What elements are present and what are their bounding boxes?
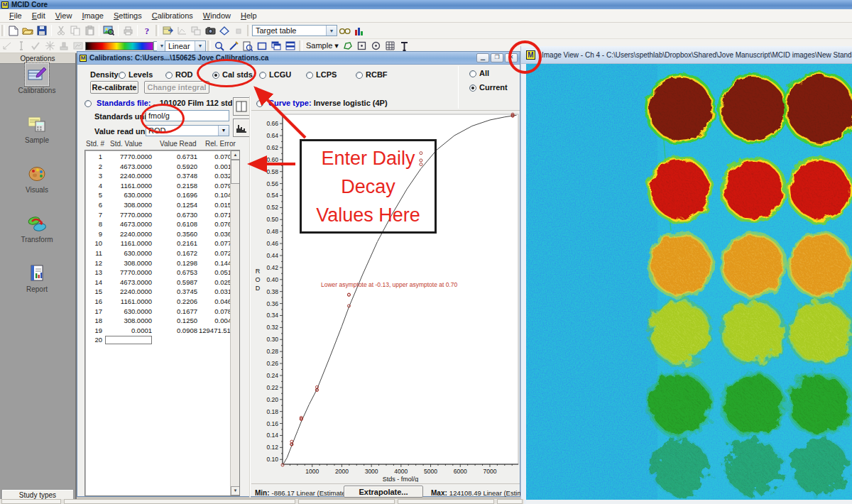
menu-view[interactable]: View bbox=[50, 10, 77, 21]
sidebar-item-sample[interactable]: Sample bbox=[0, 113, 74, 144]
grid-icon[interactable] bbox=[383, 40, 398, 53]
radio-icon[interactable] bbox=[119, 72, 126, 79]
stamp-icon[interactable] bbox=[57, 40, 71, 53]
graph-icon[interactable] bbox=[175, 24, 189, 37]
scroll-up-icon[interactable]: ▲ bbox=[231, 150, 240, 160]
table-row[interactable]: 190.00010.0908129471.517 bbox=[87, 327, 231, 336]
table-row[interactable]: 137770.00000.67530.051 bbox=[87, 268, 231, 278]
table-row[interactable]: 17630.00000.16770.078 bbox=[87, 307, 231, 317]
find-icon[interactable] bbox=[102, 24, 116, 37]
bars-icon[interactable] bbox=[351, 24, 366, 37]
change-integral-button[interactable]: Change integral bbox=[144, 81, 209, 94]
radio-icon[interactable] bbox=[469, 70, 476, 77]
table-row[interactable]: 20 bbox=[87, 336, 231, 346]
scope-option-current[interactable]: Current bbox=[469, 83, 508, 92]
table-row[interactable]: 152240.00000.37450.031 bbox=[87, 287, 231, 297]
table-row[interactable]: 24673.00000.59200.001 bbox=[87, 163, 231, 172]
table-scrollbar[interactable]: ▲ ▼ bbox=[230, 150, 239, 495]
palette-gradient-dropdown[interactable]: ▼ bbox=[153, 41, 165, 51]
loadtable-icon[interactable] bbox=[160, 24, 175, 37]
histogram-view-button[interactable] bbox=[233, 119, 250, 137]
density-option-levels[interactable]: Levels bbox=[119, 70, 153, 79]
menu-file[interactable]: File bbox=[4, 10, 27, 21]
camera-icon[interactable] bbox=[203, 24, 217, 37]
windows-icon[interactable] bbox=[189, 24, 203, 37]
open-icon[interactable] bbox=[21, 24, 35, 37]
chevron-down-icon[interactable]: ▼ bbox=[218, 126, 229, 136]
grip-icon[interactable] bbox=[231, 24, 246, 37]
new-standard-input[interactable] bbox=[105, 336, 152, 344]
circdot-icon[interactable] bbox=[369, 40, 383, 53]
table-row[interactable]: 92240.00000.35600.036 bbox=[87, 230, 231, 240]
glasses-icon[interactable] bbox=[337, 24, 351, 37]
sidebar-item-calibrations[interactable]: Calibrations bbox=[0, 63, 74, 94]
rect-icon[interactable] bbox=[255, 40, 269, 53]
density-option-rcbf[interactable]: RCBF bbox=[356, 70, 388, 79]
menu-calibrations[interactable]: Calibrations bbox=[147, 10, 198, 21]
stamp2-icon[interactable] bbox=[71, 40, 85, 53]
sidebar-item-transform[interactable]: Transform bbox=[0, 212, 74, 243]
scroll-thumb[interactable] bbox=[231, 160, 240, 184]
table-row[interactable]: 144673.00000.59870.025 bbox=[87, 278, 231, 288]
tile-icon[interactable] bbox=[283, 40, 297, 53]
table-view-button[interactable] bbox=[233, 97, 250, 116]
radio-icon[interactable] bbox=[306, 72, 313, 79]
table-row[interactable]: 101161.00000.21610.077 bbox=[87, 239, 231, 249]
scope-option-all[interactable]: All bbox=[469, 69, 489, 77]
menu-window[interactable]: Window bbox=[198, 10, 236, 21]
chevron-down-icon[interactable]: ▼ bbox=[195, 41, 205, 51]
cascade-icon[interactable] bbox=[269, 40, 283, 53]
extrapolate-button[interactable]: Extrapolate... bbox=[344, 486, 423, 498]
measure-icon[interactable] bbox=[226, 40, 241, 53]
table-row[interactable]: 41161.00000.21580.079 bbox=[87, 182, 231, 192]
line-icon[interactable] bbox=[0, 40, 14, 53]
star-icon[interactable] bbox=[43, 40, 57, 53]
menu-edit[interactable]: Edit bbox=[27, 10, 50, 21]
save-icon[interactable] bbox=[35, 24, 49, 37]
palette-gradient-strip[interactable] bbox=[85, 42, 153, 50]
chevron-down-icon[interactable]: ▼ bbox=[326, 26, 337, 35]
new-icon[interactable] bbox=[6, 24, 21, 37]
standards-table[interactable]: 17770.00000.67310.07024673.00000.59200.0… bbox=[84, 150, 240, 496]
target-table-select[interactable]: Target table▼ bbox=[252, 25, 337, 36]
density-option-rod[interactable]: ROD bbox=[165, 70, 192, 79]
table-row[interactable]: 18308.00000.12500.004 bbox=[87, 317, 231, 327]
radio-icon[interactable] bbox=[469, 84, 476, 92]
table-row[interactable]: 32240.00000.37480.032 bbox=[87, 172, 231, 182]
table-row[interactable]: 161161.00000.22060.046 bbox=[87, 297, 231, 307]
poly-icon[interactable] bbox=[341, 40, 355, 53]
menu-help[interactable]: Help bbox=[236, 10, 262, 21]
scale-mode-select[interactable]: Linear▼ bbox=[165, 40, 206, 52]
table-row[interactable]: 17770.00000.67310.070 bbox=[87, 153, 231, 163]
image-view-titlebar[interactable]: M Image View - Ch 4 - C:\Users\spethlab\… bbox=[521, 46, 852, 64]
table-row[interactable]: 12308.00000.12980.144 bbox=[87, 259, 231, 269]
table-row[interactable]: 5630.00000.16960.104 bbox=[87, 191, 231, 201]
print-icon[interactable] bbox=[121, 24, 135, 37]
radio-icon[interactable] bbox=[165, 72, 173, 79]
radio-icon[interactable] bbox=[259, 72, 266, 79]
boxdot-icon[interactable] bbox=[355, 40, 369, 53]
zoom-icon[interactable] bbox=[212, 40, 226, 53]
copy-icon[interactable] bbox=[68, 24, 82, 37]
minimize-button[interactable]: ▁ bbox=[476, 53, 489, 62]
table-row[interactable]: 6308.00000.12540.015 bbox=[87, 201, 231, 211]
table-row[interactable]: 11630.00000.16720.072 bbox=[87, 249, 231, 259]
sidebar-item-visuals[interactable]: Visuals bbox=[0, 163, 74, 194]
standards-file-radio[interactable] bbox=[84, 100, 92, 107]
table-row[interactable]: 84673.00000.61080.076 bbox=[87, 220, 231, 230]
eraser-icon[interactable] bbox=[217, 24, 231, 37]
curve-type-radio[interactable] bbox=[256, 100, 263, 107]
ibeam-icon[interactable] bbox=[14, 40, 28, 53]
radio-icon[interactable] bbox=[356, 72, 363, 79]
recalibrate-button[interactable]: Re-calibrate bbox=[90, 81, 138, 94]
check-icon[interactable] bbox=[28, 40, 43, 53]
autoradiograph-image[interactable] bbox=[526, 64, 852, 504]
density-option-lcgu[interactable]: LCGU bbox=[259, 70, 291, 79]
calibrations-titlebar[interactable]: M Calibrations: C:\Users...\150625 Jove … bbox=[77, 52, 520, 65]
restore-button[interactable]: ❐ bbox=[491, 53, 503, 62]
sample-menu-button[interactable]: Sample ▾ bbox=[304, 41, 341, 50]
density-option-lcps[interactable]: LCPS bbox=[306, 70, 337, 79]
table-row[interactable]: 77770.00000.67300.071 bbox=[87, 211, 231, 221]
paste-icon[interactable] bbox=[82, 24, 97, 37]
menu-image[interactable]: Image bbox=[77, 10, 109, 21]
